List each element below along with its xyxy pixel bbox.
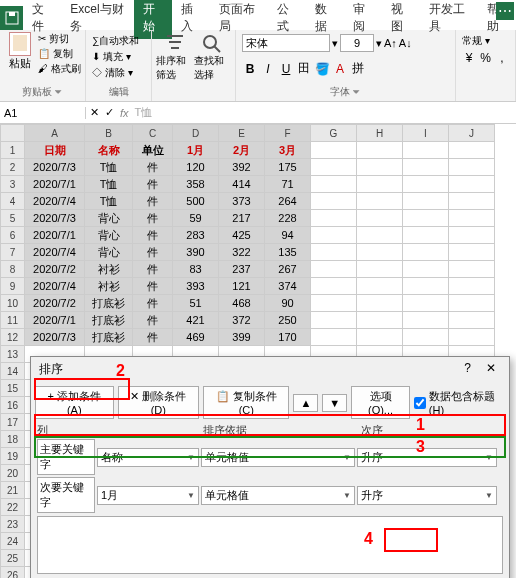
- col-header-C[interactable]: C: [133, 125, 173, 142]
- save-icon[interactable]: [0, 6, 23, 30]
- row-header[interactable]: 1: [1, 142, 25, 159]
- has-header-checkbox[interactable]: 数据包含标题(H): [414, 389, 505, 416]
- row-header[interactable]: 8: [1, 261, 25, 278]
- font-color-button[interactable]: A: [332, 61, 348, 77]
- data-cell[interactable]: 衬衫: [85, 261, 133, 278]
- help-icon[interactable]: ?: [458, 361, 478, 375]
- data-cell[interactable]: 170: [265, 329, 311, 346]
- row-header[interactable]: 13: [1, 346, 25, 363]
- delete-condition-button[interactable]: ✕ 删除条件(D): [118, 386, 200, 419]
- secondary-column-select[interactable]: 1月▼: [97, 486, 199, 505]
- decrease-font-icon[interactable]: A↓: [399, 37, 412, 49]
- row-header[interactable]: 26: [1, 567, 25, 579]
- data-cell[interactable]: 390: [173, 244, 219, 261]
- data-cell[interactable]: 90: [265, 295, 311, 312]
- primary-column-select[interactable]: 名称▼: [97, 448, 199, 467]
- move-down-button[interactable]: ▼: [322, 394, 347, 412]
- table-header[interactable]: 单位: [133, 142, 173, 159]
- row-header[interactable]: 3: [1, 176, 25, 193]
- col-header-E[interactable]: E: [219, 125, 265, 142]
- data-cell[interactable]: 打底衫: [85, 295, 133, 312]
- row-header[interactable]: 19: [1, 448, 25, 465]
- cancel-formula-icon[interactable]: ✕: [90, 106, 99, 119]
- col-header-H[interactable]: H: [357, 125, 403, 142]
- fx-icon[interactable]: fx: [120, 107, 129, 119]
- data-cell[interactable]: 373: [219, 193, 265, 210]
- row-header[interactable]: 4: [1, 193, 25, 210]
- data-cell[interactable]: 71: [265, 176, 311, 193]
- row-header[interactable]: 5: [1, 210, 25, 227]
- data-cell[interactable]: 背心: [85, 210, 133, 227]
- secondary-basis-select[interactable]: 单元格值▼: [201, 486, 355, 505]
- row-header[interactable]: 21: [1, 482, 25, 499]
- data-cell[interactable]: 衬衫: [85, 278, 133, 295]
- row-header[interactable]: 23: [1, 516, 25, 533]
- col-header-I[interactable]: I: [403, 125, 449, 142]
- data-cell[interactable]: 件: [133, 278, 173, 295]
- col-header-G[interactable]: G: [311, 125, 357, 142]
- data-cell[interactable]: 372: [219, 312, 265, 329]
- phonetic-button[interactable]: 拼: [350, 61, 366, 77]
- currency-button[interactable]: ¥: [462, 50, 476, 66]
- data-cell[interactable]: T恤: [85, 193, 133, 210]
- data-cell[interactable]: 358: [173, 176, 219, 193]
- font-size-select[interactable]: [340, 34, 374, 52]
- formula-input[interactable]: T恤: [135, 105, 153, 120]
- secondary-order-select[interactable]: 升序▼: [357, 486, 497, 505]
- data-cell[interactable]: 件: [133, 227, 173, 244]
- autosum-button[interactable]: ∑自动求和: [92, 34, 145, 48]
- share-icon[interactable]: ⋯: [496, 2, 514, 20]
- data-cell[interactable]: 2020/7/3: [25, 329, 85, 346]
- data-cell[interactable]: 414: [219, 176, 265, 193]
- data-cell[interactable]: 件: [133, 176, 173, 193]
- data-cell[interactable]: 2020/7/1: [25, 227, 85, 244]
- data-cell[interactable]: 83: [173, 261, 219, 278]
- data-cell[interactable]: 打底衫: [85, 312, 133, 329]
- data-cell[interactable]: 打底衫: [85, 329, 133, 346]
- row-header[interactable]: 24: [1, 533, 25, 550]
- data-cell[interactable]: 件: [133, 261, 173, 278]
- data-cell[interactable]: 135: [265, 244, 311, 261]
- find-select-button[interactable]: 查找和选择: [194, 32, 232, 82]
- row-header[interactable]: 6: [1, 227, 25, 244]
- data-cell[interactable]: 2020/7/4: [25, 244, 85, 261]
- data-cell[interactable]: 500: [173, 193, 219, 210]
- data-cell[interactable]: 94: [265, 227, 311, 244]
- data-cell[interactable]: 2020/7/3: [25, 210, 85, 227]
- data-cell[interactable]: 51: [173, 295, 219, 312]
- table-header[interactable]: 名称: [85, 142, 133, 159]
- data-cell[interactable]: 393: [173, 278, 219, 295]
- cut-button[interactable]: ✂ 剪切: [38, 32, 81, 46]
- row-header[interactable]: 14: [1, 363, 25, 380]
- format-painter-button[interactable]: 🖌 格式刷: [38, 62, 81, 76]
- fill-button[interactable]: ⬇ 填充 ▾: [92, 50, 145, 64]
- data-cell[interactable]: 425: [219, 227, 265, 244]
- table-header[interactable]: 1月: [173, 142, 219, 159]
- data-cell[interactable]: 469: [173, 329, 219, 346]
- row-header[interactable]: 11: [1, 312, 25, 329]
- row-header[interactable]: 20: [1, 465, 25, 482]
- paste-button[interactable]: 粘贴: [4, 32, 36, 82]
- table-header[interactable]: 2月: [219, 142, 265, 159]
- data-cell[interactable]: 件: [133, 312, 173, 329]
- font-name-select[interactable]: [242, 34, 330, 52]
- row-header[interactable]: 10: [1, 295, 25, 312]
- increase-font-icon[interactable]: A↑: [384, 37, 397, 49]
- border-button[interactable]: 田: [296, 61, 312, 77]
- data-cell[interactable]: 背心: [85, 244, 133, 261]
- data-cell[interactable]: 175: [265, 159, 311, 176]
- add-condition-button[interactable]: + 添加条件(A): [35, 386, 114, 419]
- data-cell[interactable]: 59: [173, 210, 219, 227]
- data-cell[interactable]: 283: [173, 227, 219, 244]
- sort-filter-button[interactable]: 排序和筛选: [156, 32, 194, 82]
- data-cell[interactable]: 264: [265, 193, 311, 210]
- options-button[interactable]: 选项(O)...: [351, 386, 410, 419]
- row-header[interactable]: 9: [1, 278, 25, 295]
- fill-color-button[interactable]: 🪣: [314, 61, 330, 77]
- row-header[interactable]: 17: [1, 414, 25, 431]
- data-cell[interactable]: 468: [219, 295, 265, 312]
- data-cell[interactable]: 250: [265, 312, 311, 329]
- data-cell[interactable]: 217: [219, 210, 265, 227]
- data-cell[interactable]: 2020/7/4: [25, 193, 85, 210]
- data-cell[interactable]: 件: [133, 295, 173, 312]
